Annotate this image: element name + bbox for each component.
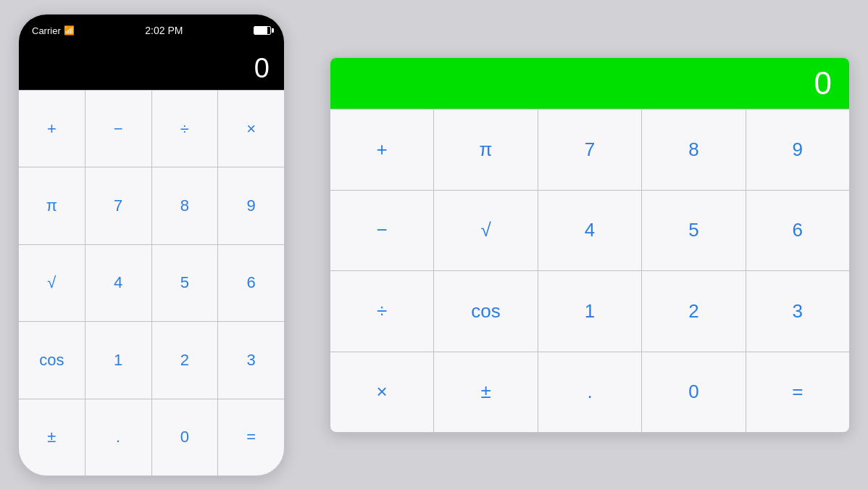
phone-btn-one[interactable]: 1 (85, 322, 151, 398)
tablet-btn-minus[interactable]: − (330, 191, 433, 271)
tablet-display: 0 (330, 58, 849, 109)
phone-btn-zero[interactable]: 0 (152, 399, 218, 476)
tablet-btn-cos[interactable]: cos (434, 271, 537, 352)
tablet-display-value: 0 (814, 65, 832, 101)
carrier-label: Carrier (32, 25, 61, 36)
tablet-btn-one[interactable]: 1 (538, 271, 641, 352)
phone-btn-multiply[interactable]: × (218, 91, 284, 167)
phone-btn-four[interactable]: 4 (85, 245, 151, 321)
phone-btn-pi[interactable]: π (19, 167, 85, 244)
tablet-btn-four[interactable]: 4 (538, 191, 641, 271)
phone-btn-divide[interactable]: ÷ (152, 91, 218, 167)
phone-btn-six[interactable]: 6 (218, 245, 284, 321)
tablet-btn-zero[interactable]: 0 (642, 352, 745, 433)
phone-status-bar: Carrier 📶 2:02 PM (19, 14, 284, 46)
tablet-btn-plusminus[interactable]: ± (434, 352, 537, 433)
tablet-btn-eight[interactable]: 8 (642, 109, 745, 190)
battery-icon (254, 26, 271, 35)
phone-btn-nine[interactable]: 9 (218, 167, 284, 244)
phone-btn-two[interactable]: 2 (152, 322, 218, 398)
tablet-btn-seven[interactable]: 7 (538, 109, 641, 190)
tablet-btn-equals[interactable]: = (746, 352, 849, 433)
phone-btn-dot[interactable]: . (85, 399, 151, 476)
tablet-btn-two[interactable]: 2 (642, 271, 745, 352)
phone-display: 0 (19, 46, 284, 90)
phone-btn-seven[interactable]: 7 (85, 167, 151, 244)
tablet-btn-nine[interactable]: 9 (746, 109, 849, 190)
phone-button-grid: +−÷×π789√456cos123±.0= (19, 90, 284, 476)
tablet-btn-five[interactable]: 5 (642, 191, 745, 271)
tablet-btn-three[interactable]: 3 (746, 271, 849, 352)
phone-btn-plusminus[interactable]: ± (19, 399, 85, 476)
status-time: 2:02 PM (145, 25, 183, 36)
phone-btn-minus[interactable]: − (85, 91, 151, 167)
status-left: Carrier 📶 (32, 25, 75, 36)
battery-fill (254, 27, 267, 34)
phone-calculator: Carrier 📶 2:02 PM 0 +−÷×π789√456cos123±.… (17, 13, 285, 477)
phone-display-value: 0 (254, 53, 270, 84)
tablet-calculator: 0 +π789−√456÷cos123×±.0= (329, 57, 851, 433)
phone-btn-eight[interactable]: 8 (152, 167, 218, 244)
phone-btn-equals[interactable]: = (218, 399, 284, 476)
tablet-btn-plus[interactable]: + (330, 109, 433, 190)
phone-btn-five[interactable]: 5 (152, 245, 218, 321)
tablet-button-grid: +π789−√456÷cos123×±.0= (330, 109, 849, 432)
status-right (254, 26, 271, 35)
wifi-icon: 📶 (64, 25, 75, 36)
tablet-btn-pi[interactable]: π (434, 109, 537, 190)
tablet-btn-divide[interactable]: ÷ (330, 271, 433, 352)
tablet-btn-dot[interactable]: . (538, 352, 641, 433)
tablet-btn-six[interactable]: 6 (746, 191, 849, 271)
phone-btn-three[interactable]: 3 (218, 322, 284, 398)
tablet-btn-sqrt[interactable]: √ (434, 191, 537, 271)
phone-btn-sqrt[interactable]: √ (19, 245, 85, 321)
phone-btn-plus[interactable]: + (19, 91, 85, 167)
phone-btn-cos[interactable]: cos (19, 322, 85, 398)
tablet-btn-multiply[interactable]: × (330, 352, 433, 433)
